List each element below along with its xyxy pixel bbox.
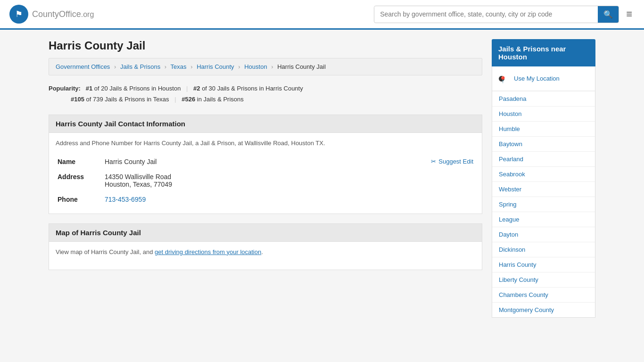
sidebar-item-chambers-county[interactable]: Chambers County xyxy=(492,288,595,302)
logo-icon: ⚑ xyxy=(9,5,28,24)
sidebar-use-location: 📍 Use My Location xyxy=(492,66,595,91)
sidebar-item-league[interactable]: League xyxy=(492,212,595,227)
logo-area: ⚑ CountyOffice.org xyxy=(9,5,94,24)
use-location-link[interactable]: Use My Location xyxy=(507,71,566,86)
address-value: 14350 Wallisville Road Houston, Texas, 7… xyxy=(103,169,475,192)
sidebar-item-montgomery-county[interactable]: Montgomery County xyxy=(492,303,595,317)
list-item: Harris County xyxy=(492,257,595,272)
list-item: Pasadena xyxy=(492,91,595,107)
contact-description: Address and Phone Number for Harris Coun… xyxy=(56,140,475,147)
sidebar-item-webster[interactable]: Webster xyxy=(492,182,595,197)
map-section-header: Map of Harris County Jail xyxy=(49,223,482,242)
search-bar: 🔍 xyxy=(374,6,619,23)
list-item: Montgomery County xyxy=(492,303,595,317)
map-section-body: View map of Harris County Jail, and get … xyxy=(49,242,482,270)
breadcrumb-link-government-offices[interactable]: Government Offices xyxy=(56,63,110,70)
list-item: Chambers County xyxy=(492,288,595,303)
suggest-edit-button[interactable]: ✂ Suggest Edit xyxy=(431,158,473,165)
contact-section-header: Harris County Jail Contact Information xyxy=(49,115,482,133)
name-label: Name xyxy=(56,154,103,169)
header-right: 🔍 ≡ xyxy=(374,6,635,23)
phone-value: 713-453-6959 xyxy=(103,192,475,207)
list-item: Humble xyxy=(492,122,595,137)
list-item: Dayton xyxy=(492,227,595,242)
phone-label: Phone xyxy=(56,192,103,207)
phone-link[interactable]: 713-453-6959 xyxy=(105,196,146,203)
sidebar-item-houston[interactable]: Houston xyxy=(492,107,595,121)
sidebar-item-pearland[interactable]: Pearland xyxy=(492,152,595,166)
breadcrumb-link-harris-county[interactable]: Harris County xyxy=(197,63,234,70)
list-item: Webster xyxy=(492,182,595,197)
breadcrumb-link-jails-prisons[interactable]: Jails & Prisons xyxy=(120,63,160,70)
sidebar: Jails & Prisons near Houston 📍 Use My Lo… xyxy=(492,39,595,318)
logo-text: CountyOffice.org xyxy=(32,9,94,19)
location-dot-icon: 📍 xyxy=(499,76,504,82)
list-item: Houston xyxy=(492,107,595,122)
breadcrumb-sep-5: › xyxy=(271,63,273,70)
popularity-rank3: #105 of 739 Jails & Prisons in Texas xyxy=(71,96,171,103)
list-item: League xyxy=(492,212,595,227)
breadcrumb-current: Harris County Jail xyxy=(277,63,326,70)
page-title: Harris County Jail xyxy=(49,39,482,52)
menu-icon[interactable]: ≡ xyxy=(624,6,635,23)
site-header: ⚑ CountyOffice.org 🔍 ≡ xyxy=(0,0,644,30)
search-button[interactable]: 🔍 xyxy=(598,6,619,23)
popularity-rank2: #2 of 30 Jails & Prisons in Harris Count… xyxy=(193,85,303,92)
content-area: Harris County Jail Government Offices › … xyxy=(49,39,482,318)
table-row: Phone 713-453-6959 xyxy=(56,192,475,207)
table-row: Name Harris County Jail ✂ Suggest Edit xyxy=(56,154,475,169)
map-description: View map of Harris County Jail, and get … xyxy=(56,248,475,255)
breadcrumb: Government Offices › Jails & Prisons › T… xyxy=(49,58,482,75)
list-item: Liberty County xyxy=(492,272,595,288)
sidebar-list: 📍 Use My Location Pasadena Houston Humbl… xyxy=(492,66,595,318)
driving-directions-link[interactable]: get driving directions from your locatio… xyxy=(155,248,261,255)
name-value: Harris County Jail xyxy=(103,154,307,169)
search-input[interactable] xyxy=(374,7,598,22)
sidebar-item-baytown[interactable]: Baytown xyxy=(492,137,595,151)
popularity-section: Popularity: #1 of 20 Jails & Prisons in … xyxy=(49,83,482,105)
contact-section-body: Address and Phone Number for Harris Coun… xyxy=(49,133,482,214)
sidebar-item-spring[interactable]: Spring xyxy=(492,197,595,212)
breadcrumb-sep-2: › xyxy=(165,63,166,70)
list-item: Pearland xyxy=(492,152,595,167)
list-item: Dickinson xyxy=(492,242,595,257)
list-item: Seabrook xyxy=(492,167,595,182)
list-item: Baytown xyxy=(492,137,595,152)
breadcrumb-link-houston[interactable]: Houston xyxy=(244,63,267,70)
sidebar-item-dayton[interactable]: Dayton xyxy=(492,227,595,242)
contact-info-table: Name Harris County Jail ✂ Suggest Edit A… xyxy=(56,154,475,207)
main-container: Harris County Jail Government Offices › … xyxy=(39,30,605,327)
address-label: Address xyxy=(56,169,103,192)
breadcrumb-link-texas[interactable]: Texas xyxy=(171,63,187,70)
list-item: Spring xyxy=(492,197,595,212)
popularity-rank1: #1 of 20 Jails & Prisons in Houston xyxy=(86,85,182,92)
sidebar-item-pasadena[interactable]: Pasadena xyxy=(492,91,595,106)
sidebar-title: Jails & Prisons near Houston xyxy=(492,39,595,66)
sidebar-item-harris-county[interactable]: Harris County xyxy=(492,257,595,272)
popularity-rank4: #526 in Jails & Prisons xyxy=(182,96,244,103)
sidebar-item-dickinson[interactable]: Dickinson xyxy=(492,242,595,257)
sidebar-item-liberty-county[interactable]: Liberty County xyxy=(492,272,595,287)
breadcrumb-sep-4: › xyxy=(238,63,240,70)
breadcrumb-sep-1: › xyxy=(114,63,116,70)
popularity-label: Popularity: xyxy=(49,85,81,92)
table-row: Address 14350 Wallisville Road Houston, … xyxy=(56,169,475,192)
sidebar-item-seabrook[interactable]: Seabrook xyxy=(492,167,595,181)
edit-icon: ✂ xyxy=(431,158,436,165)
sidebar-item-humble[interactable]: Humble xyxy=(492,122,595,136)
breadcrumb-sep-3: › xyxy=(190,63,192,70)
